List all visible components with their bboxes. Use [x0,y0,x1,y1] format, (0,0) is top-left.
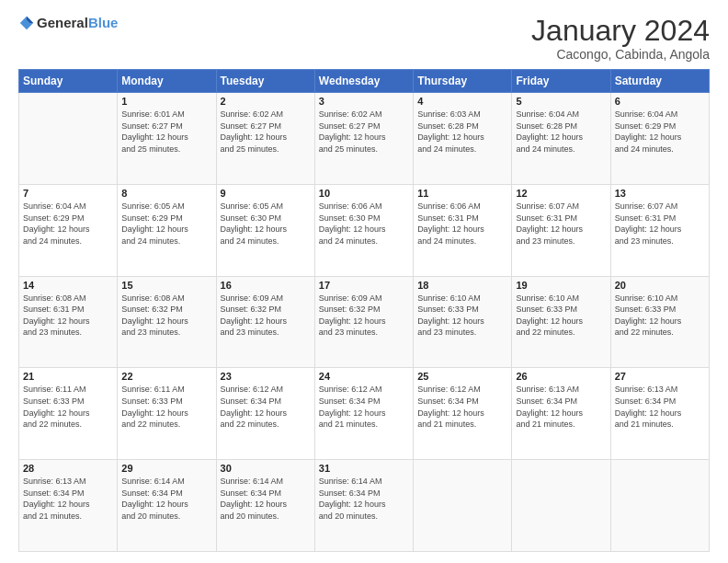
day-content: Sunrise: 6:04 AM Sunset: 6:29 PM Dayligh… [23,201,113,247]
header-day-friday: Friday [512,70,610,93]
day-content: Sunrise: 6:09 AM Sunset: 6:32 PM Dayligh… [221,293,311,339]
day-content: Sunrise: 6:04 AM Sunset: 6:29 PM Dayligh… [615,109,705,155]
day-number: 6 [615,96,705,107]
calendar-cell: 13Sunrise: 6:07 AM Sunset: 6:31 PM Dayli… [610,184,709,276]
day-number: 2 [221,96,311,107]
calendar-cell: 18Sunrise: 6:10 AM Sunset: 6:33 PM Dayli… [414,276,512,368]
day-number: 16 [221,280,311,291]
day-content: Sunrise: 6:09 AM Sunset: 6:32 PM Dayligh… [319,293,409,339]
calendar-cell: 22Sunrise: 6:11 AM Sunset: 6:33 PM Dayli… [118,368,216,460]
day-number: 1 [121,96,211,107]
day-number: 19 [516,280,606,291]
day-content: Sunrise: 6:11 AM Sunset: 6:33 PM Dayligh… [121,384,211,430]
day-content: Sunrise: 6:07 AM Sunset: 6:31 PM Dayligh… [615,201,705,247]
day-number: 28 [23,463,113,474]
day-number: 26 [516,371,606,382]
calendar-cell [414,460,512,552]
calendar-cell: 5Sunrise: 6:04 AM Sunset: 6:28 PM Daylig… [512,93,610,185]
title-block: January 2024 Cacongo, Cabinda, Angola [531,15,710,62]
day-content: Sunrise: 6:08 AM Sunset: 6:31 PM Dayligh… [23,293,113,339]
day-number: 17 [319,280,409,291]
calendar-cell: 12Sunrise: 6:07 AM Sunset: 6:31 PM Dayli… [512,184,610,276]
day-content: Sunrise: 6:01 AM Sunset: 6:27 PM Dayligh… [121,109,211,155]
day-number: 5 [516,96,606,107]
calendar-cell [512,460,610,552]
calendar-cell: 11Sunrise: 6:06 AM Sunset: 6:31 PM Dayli… [414,184,512,276]
calendar-cell: 6Sunrise: 6:04 AM Sunset: 6:29 PM Daylig… [610,93,709,185]
day-content: Sunrise: 6:06 AM Sunset: 6:30 PM Dayligh… [319,201,409,247]
header-day-wednesday: Wednesday [314,70,413,93]
calendar-header: SundayMondayTuesdayWednesdayThursdayFrid… [19,70,710,93]
day-number: 4 [417,96,507,107]
calendar-cell: 1Sunrise: 6:01 AM Sunset: 6:27 PM Daylig… [118,93,216,185]
day-number: 15 [121,280,211,291]
header-day-monday: Monday [118,70,216,93]
calendar-cell: 21Sunrise: 6:11 AM Sunset: 6:33 PM Dayli… [19,368,118,460]
day-content: Sunrise: 6:04 AM Sunset: 6:28 PM Dayligh… [516,109,606,155]
day-content: Sunrise: 6:06 AM Sunset: 6:31 PM Dayligh… [417,201,507,247]
calendar-body: 1Sunrise: 6:01 AM Sunset: 6:27 PM Daylig… [19,93,710,552]
calendar-cell: 4Sunrise: 6:03 AM Sunset: 6:28 PM Daylig… [414,93,512,185]
calendar-cell: 9Sunrise: 6:05 AM Sunset: 6:30 PM Daylig… [216,184,314,276]
header-row: SundayMondayTuesdayWednesdayThursdayFrid… [19,70,710,93]
calendar-cell: 2Sunrise: 6:02 AM Sunset: 6:27 PM Daylig… [216,93,314,185]
day-content: Sunrise: 6:13 AM Sunset: 6:34 PM Dayligh… [516,384,606,430]
header-day-sunday: Sunday [19,70,118,93]
day-number: 3 [319,96,409,107]
logo: GeneralBlue [18,15,118,31]
day-number: 13 [615,188,705,199]
day-content: Sunrise: 6:03 AM Sunset: 6:28 PM Dayligh… [417,109,507,155]
day-content: Sunrise: 6:08 AM Sunset: 6:32 PM Dayligh… [121,293,211,339]
day-number: 9 [221,188,311,199]
day-number: 29 [121,463,211,474]
day-content: Sunrise: 6:10 AM Sunset: 6:33 PM Dayligh… [516,293,606,339]
calendar-cell: 7Sunrise: 6:04 AM Sunset: 6:29 PM Daylig… [19,184,118,276]
calendar-cell: 8Sunrise: 6:05 AM Sunset: 6:29 PM Daylig… [118,184,216,276]
calendar-cell: 10Sunrise: 6:06 AM Sunset: 6:30 PM Dayli… [314,184,413,276]
header-day-saturday: Saturday [610,70,709,93]
day-content: Sunrise: 6:10 AM Sunset: 6:33 PM Dayligh… [615,293,705,339]
day-content: Sunrise: 6:14 AM Sunset: 6:34 PM Dayligh… [121,476,211,522]
calendar-cell: 14Sunrise: 6:08 AM Sunset: 6:31 PM Dayli… [19,276,118,368]
calendar-table: SundayMondayTuesdayWednesdayThursdayFrid… [18,69,710,552]
day-number: 30 [221,463,311,474]
calendar-cell: 23Sunrise: 6:12 AM Sunset: 6:34 PM Dayli… [216,368,314,460]
header-day-tuesday: Tuesday [216,70,314,93]
day-content: Sunrise: 6:02 AM Sunset: 6:27 PM Dayligh… [319,109,409,155]
day-number: 8 [121,188,211,199]
calendar-cell: 20Sunrise: 6:10 AM Sunset: 6:33 PM Dayli… [610,276,709,368]
day-number: 7 [23,188,113,199]
calendar-cell: 27Sunrise: 6:13 AM Sunset: 6:34 PM Dayli… [610,368,709,460]
day-content: Sunrise: 6:12 AM Sunset: 6:34 PM Dayligh… [221,384,311,430]
week-row-1: 1Sunrise: 6:01 AM Sunset: 6:27 PM Daylig… [19,93,710,185]
calendar-cell: 16Sunrise: 6:09 AM Sunset: 6:32 PM Dayli… [216,276,314,368]
week-row-5: 28Sunrise: 6:13 AM Sunset: 6:34 PM Dayli… [19,460,710,552]
day-content: Sunrise: 6:14 AM Sunset: 6:34 PM Dayligh… [319,476,409,522]
title-location: Cacongo, Cabinda, Angola [531,47,710,62]
day-number: 21 [23,371,113,382]
calendar-cell [610,460,709,552]
day-number: 11 [417,188,507,199]
day-content: Sunrise: 6:12 AM Sunset: 6:34 PM Dayligh… [319,384,409,430]
day-number: 22 [121,371,211,382]
day-number: 20 [615,280,705,291]
day-number: 12 [516,188,606,199]
calendar-cell: 17Sunrise: 6:09 AM Sunset: 6:32 PM Dayli… [314,276,413,368]
day-content: Sunrise: 6:13 AM Sunset: 6:34 PM Dayligh… [615,384,705,430]
calendar-cell: 29Sunrise: 6:14 AM Sunset: 6:34 PM Dayli… [118,460,216,552]
calendar-cell: 26Sunrise: 6:13 AM Sunset: 6:34 PM Dayli… [512,368,610,460]
day-content: Sunrise: 6:05 AM Sunset: 6:30 PM Dayligh… [221,201,311,247]
header: GeneralBlue January 2024 Cacongo, Cabind… [18,15,710,62]
day-number: 31 [319,463,409,474]
day-number: 27 [615,371,705,382]
logo-icon [18,15,35,31]
day-number: 18 [417,280,507,291]
calendar-cell: 30Sunrise: 6:14 AM Sunset: 6:34 PM Dayli… [216,460,314,552]
title-month: January 2024 [531,15,710,47]
day-content: Sunrise: 6:07 AM Sunset: 6:31 PM Dayligh… [516,201,606,247]
week-row-2: 7Sunrise: 6:04 AM Sunset: 6:29 PM Daylig… [19,184,710,276]
day-number: 25 [417,371,507,382]
day-content: Sunrise: 6:02 AM Sunset: 6:27 PM Dayligh… [221,109,311,155]
day-number: 23 [221,371,311,382]
day-content: Sunrise: 6:05 AM Sunset: 6:29 PM Dayligh… [121,201,211,247]
